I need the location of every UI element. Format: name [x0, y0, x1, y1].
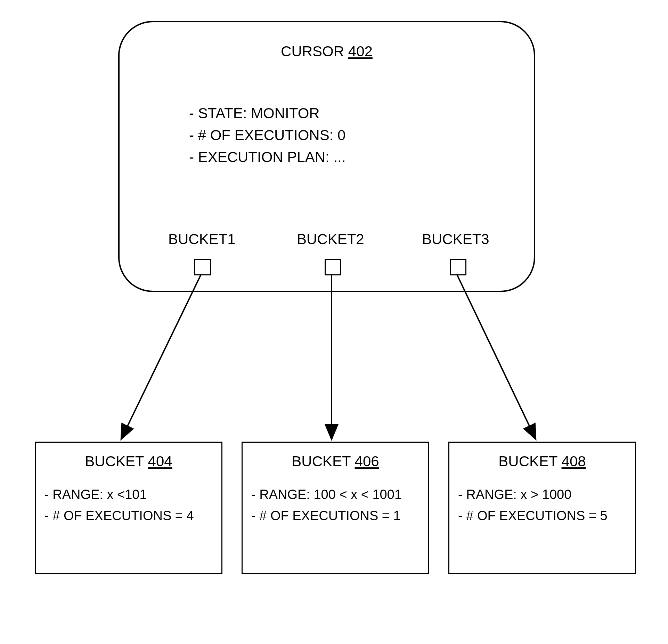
- arrow-bucket1: [122, 274, 201, 438]
- arrows-svg: [0, 0, 668, 644]
- arrow-bucket3: [457, 274, 535, 438]
